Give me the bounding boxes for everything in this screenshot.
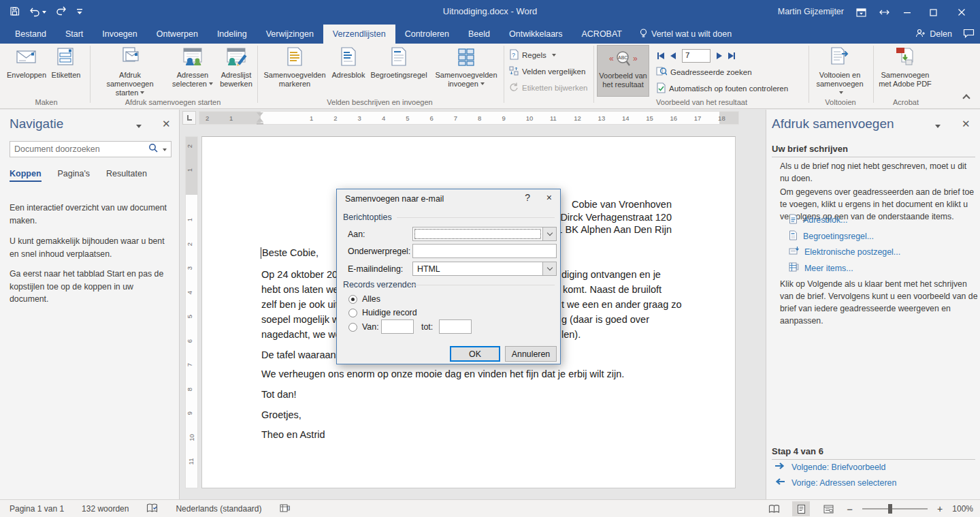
meer-items-link[interactable]: Meer items... [789, 262, 853, 274]
adreslijst-bewerken-button[interactable]: Adreslijst bewerken [216, 46, 256, 89]
tab-verwijzingen[interactable]: Verwijzingen [257, 25, 323, 44]
para1-right-5: len). [561, 329, 581, 340]
user-name[interactable]: Martin Gijzemijter [778, 7, 844, 16]
elektronische-postzegel-link[interactable]: Elektronische postzegel... [789, 246, 900, 257]
search-dropdown-icon[interactable] [161, 143, 171, 155]
onderwerpregel-input[interactable] [412, 244, 557, 258]
zoom-slider[interactable] [862, 508, 928, 510]
geadresseerde-zoeken-button[interactable]: Geadresseerde zoeken [656, 66, 752, 78]
dialog-help-icon[interactable]: ? [525, 192, 530, 203]
maximize-button[interactable] [919, 0, 947, 25]
language-indicator[interactable]: Nederlands (standaard) [176, 504, 261, 514]
aan-combobox[interactable] [412, 227, 557, 241]
van-label[interactable]: Van: [362, 322, 379, 332]
page-indicator[interactable]: Pagina 1 van 1 [10, 504, 64, 514]
zoom-in-icon[interactable]: + [937, 503, 943, 514]
voltooien-samenvoegen-button[interactable]: Voltooien en samenvoegen [813, 46, 866, 97]
nav-pane-menu-icon[interactable] [136, 125, 142, 128]
record-first-icon[interactable] [657, 50, 664, 62]
emailindeling-select[interactable]: HTML [412, 262, 557, 276]
task-pane-close-icon[interactable]: ✕ [962, 118, 970, 130]
adresblok-button[interactable]: Adresblok [329, 46, 368, 80]
hanging-indent-marker[interactable] [257, 118, 263, 122]
tab-ontwerpen[interactable]: Ontwerpen [147, 25, 208, 44]
van-radio[interactable] [348, 323, 357, 332]
tab-ontwikkelaars[interactable]: Ontwikkelaars [500, 25, 572, 44]
search-icon[interactable] [146, 143, 161, 155]
tab-acrobat[interactable]: ACROBAT [572, 25, 632, 44]
mail-merge-task-pane: Afdruk samenvoegen ✕ Uw brief schrijven … [766, 110, 980, 499]
adresblok-link[interactable]: Adresblok... [789, 214, 847, 226]
tab-selector[interactable] [182, 111, 196, 125]
regels-button[interactable]: ? Regels [509, 49, 556, 61]
tab-start[interactable]: Start [56, 25, 93, 44]
tab-invoegen[interactable]: Invoegen [93, 25, 146, 44]
alles-label[interactable]: Alles [362, 294, 380, 304]
nav-tab-paginas[interactable]: Pagina's [58, 169, 91, 178]
web-layout-icon[interactable] [819, 501, 837, 516]
comment-icon[interactable] [963, 29, 975, 40]
collapse-ribbon-icon[interactable] [964, 95, 969, 101]
samenvoegvelden-invoegen-button[interactable]: Samenvoegvelden invoegen [431, 46, 501, 89]
tab-verzendlijsten[interactable]: Verzendlijsten [323, 25, 395, 44]
zoom-out-icon[interactable]: − [847, 503, 853, 515]
minimize-button[interactable] [896, 0, 919, 25]
velden-vergelijken-button[interactable]: Velden vergelijken [509, 65, 585, 78]
electronic-postage-icon [789, 246, 799, 257]
record-next-icon[interactable] [717, 50, 722, 62]
tell-me-box[interactable]: Vertel wat u wilt doen [632, 25, 740, 44]
prev-step-link[interactable]: Vorige: Adressen selecteren [774, 477, 896, 488]
nav-tab-koppen[interactable]: Koppen [10, 169, 42, 182]
task-pane-menu-icon[interactable] [935, 125, 941, 128]
emailindeling-dropdown-icon[interactable] [542, 262, 556, 275]
van-input[interactable] [381, 319, 414, 334]
nav-tab-resultaten[interactable]: Resultaten [106, 169, 147, 178]
zoom-slider-handle[interactable] [888, 504, 892, 514]
afdruk-samenvoegen-starten-button[interactable]: Afdruk samenvoegen starten [95, 46, 165, 97]
record-number-field[interactable]: 7 [682, 49, 710, 63]
tab-controleren[interactable]: Controleren [395, 25, 459, 44]
vertical-ruler[interactable]: 21 1234567891011 [185, 136, 198, 488]
tot-input[interactable] [439, 319, 472, 334]
begroetingsregel-link[interactable]: Begroetingsregel... [789, 230, 874, 242]
nav-pane-close-icon[interactable]: ✕ [162, 118, 171, 130]
record-last-icon[interactable] [728, 50, 735, 62]
fouten-controleren-button[interactable]: Automatisch op fouten controleren [656, 82, 788, 95]
horizontal-ruler[interactable]: 21 123456789101112131415161718 [199, 111, 739, 125]
share-button[interactable]: Delen [915, 29, 952, 40]
adressen-selecteren-button[interactable]: Adressen selecteren [170, 46, 215, 89]
read-mode-icon[interactable] [765, 501, 783, 516]
samenvoegvelden-markeren-button[interactable]: Samenvoegvelden markeren [261, 46, 328, 89]
annuleren-button[interactable]: Annuleren [505, 346, 557, 362]
close-button[interactable] [947, 0, 976, 25]
etiketten-button[interactable]: Etiketten [48, 46, 84, 80]
aan-dropdown-icon[interactable] [542, 228, 556, 240]
ribbon-display-options-icon[interactable] [849, 0, 872, 25]
collapse-expand-icon[interactable] [872, 0, 896, 25]
ok-button[interactable]: OK [450, 346, 500, 362]
proofing-icon[interactable] [146, 503, 158, 515]
print-layout-icon[interactable] [792, 501, 810, 516]
zoom-level[interactable]: 100% [952, 504, 973, 514]
address-line-2: Dirck Verhagenstraat 120 [551, 211, 672, 224]
word-count[interactable]: 132 woorden [82, 504, 129, 514]
search-input[interactable]: Document doorzoeken [10, 141, 172, 157]
huidige-record-radio[interactable] [348, 309, 357, 317]
voorbeeld-resultaat-toggle[interactable]: «»ABC Voorbeeld van het resultaat [597, 45, 649, 97]
tab-beeld[interactable]: Beeld [459, 25, 500, 44]
dialog-close-icon[interactable]: × [546, 192, 552, 203]
address-block-icon [329, 46, 368, 69]
first-line-indent-marker[interactable] [257, 112, 263, 116]
enveloppen-button[interactable]: Enveloppen [7, 46, 46, 80]
tot-label: tot: [421, 322, 433, 332]
tab-bestand[interactable]: Bestand [5, 25, 56, 44]
left-indent-marker[interactable] [257, 123, 263, 125]
mail-merge-status-icon[interactable] [280, 503, 290, 515]
samenvoegen-adobe-pdf-button[interactable]: Samenvoegen met Adobe PDF [877, 46, 934, 89]
begroetingsregel-button[interactable]: Begroetingsregel [369, 46, 429, 80]
tab-indeling[interactable]: Indeling [208, 25, 257, 44]
next-step-link[interactable]: Volgende: Briefvoorbeeld [774, 462, 885, 472]
record-prev-icon[interactable] [670, 50, 676, 62]
huidige-record-label[interactable]: Huidige record [362, 308, 417, 317]
alles-radio[interactable] [348, 295, 357, 304]
